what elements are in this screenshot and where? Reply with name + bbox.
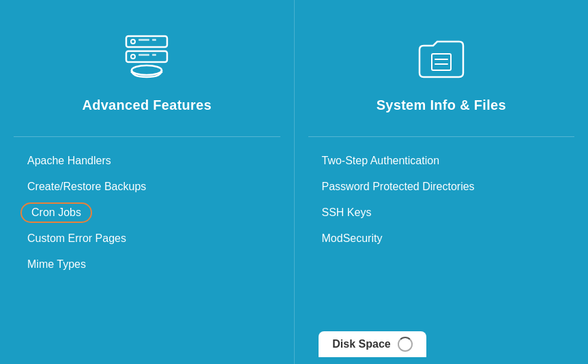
- svg-rect-6: [138, 54, 149, 56]
- right-nav-link[interactable]: ModSecurity: [315, 228, 389, 249]
- svg-rect-0: [126, 36, 167, 47]
- system-info-icon: [414, 31, 469, 85]
- svg-rect-7: [152, 54, 156, 56]
- svg-rect-2: [138, 39, 149, 41]
- svg-rect-9: [432, 54, 451, 70]
- svg-point-8: [132, 65, 162, 75]
- main-container: Advanced Features Apache HandlersCreate/…: [0, 0, 588, 364]
- right-panel: System Info & Files Two-Step Authenticat…: [295, 0, 589, 364]
- advanced-features-icon-section: Advanced Features: [0, 0, 294, 136]
- right-nav-link[interactable]: SSH Keys: [315, 202, 379, 223]
- advanced-features-icon: [119, 31, 174, 85]
- system-info-title: System Info & Files: [377, 97, 506, 113]
- left-nav-link[interactable]: Custom Error Pages: [20, 228, 133, 249]
- system-info-links: Two-Step AuthenticationPassword Protecte…: [295, 137, 589, 262]
- svg-rect-3: [152, 39, 156, 41]
- advanced-features-links: Apache HandlersCreate/Restore BackupsCro…: [0, 137, 294, 288]
- svg-point-1: [131, 40, 135, 44]
- disk-spinner-icon: [398, 337, 413, 352]
- left-nav-link[interactable]: Mime Types: [20, 254, 93, 275]
- left-nav-link[interactable]: Cron Jobs: [20, 202, 92, 223]
- advanced-features-title: Advanced Features: [82, 97, 211, 113]
- left-nav-link[interactable]: Apache Handlers: [20, 151, 118, 171]
- right-nav-link[interactable]: Password Protected Directories: [315, 177, 482, 197]
- disk-space-widget: Disk Space: [319, 331, 426, 357]
- disk-space-label: Disk Space: [332, 338, 390, 350]
- left-nav-link[interactable]: Create/Restore Backups: [20, 177, 153, 197]
- right-nav-link[interactable]: Two-Step Authentication: [315, 151, 447, 171]
- svg-point-5: [131, 55, 135, 59]
- bottom-area: Disk Space: [157, 324, 588, 364]
- system-info-icon-section: System Info & Files: [295, 0, 589, 136]
- svg-rect-4: [126, 51, 167, 62]
- left-panel: Advanced Features Apache HandlersCreate/…: [0, 0, 295, 364]
